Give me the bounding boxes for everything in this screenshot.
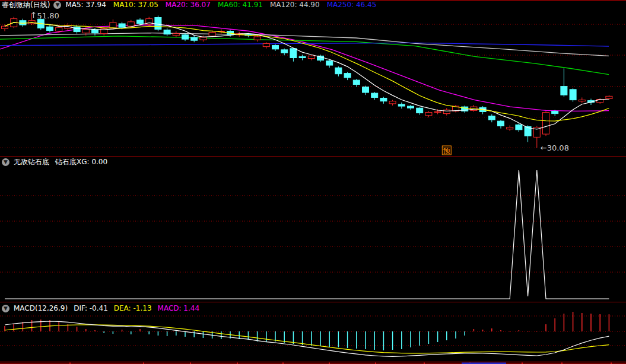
candle[interactable]: [425, 113, 432, 116]
candle[interactable]: [498, 121, 504, 126]
chevron-down-circle-icon[interactable]: ▼: [53, 1, 61, 9]
candle[interactable]: [173, 34, 179, 36]
candle[interactable]: [516, 124, 522, 129]
candle[interactable]: [74, 27, 80, 31]
candle[interactable]: [47, 27, 53, 30]
candle[interactable]: [507, 127, 513, 129]
candle[interactable]: [417, 108, 423, 113]
macd-panel: [5, 312, 609, 356]
candle[interactable]: [191, 37, 198, 40]
ma-fast-lines: [5, 23, 609, 129]
ma60-label: MA60: 41.91: [218, 1, 263, 9]
candle[interactable]: [335, 68, 342, 74]
signal-marker-label: 预: [443, 146, 450, 155]
candle[interactable]: [119, 24, 125, 27]
candle[interactable]: [2, 26, 8, 28]
ma10-line: [5, 23, 609, 121]
dea-value: DEA: -1.13: [114, 304, 152, 313]
candle[interactable]: [128, 22, 134, 26]
candle[interactable]: [353, 80, 360, 84]
candle[interactable]: [308, 56, 314, 58]
candle[interactable]: [552, 111, 558, 113]
diamond-panel-header: ▼ 无敌钻石底 钻石底XG: 0.00: [2, 158, 113, 167]
chevron-down-circle-icon[interactable]: ▼: [2, 305, 9, 312]
ma-overlay-lines: [0, 25, 609, 111]
trading-app-window: 51.80←30.08预 睿创微纳(日线) ▼ MA5: 37.94 MA10:…: [0, 0, 626, 364]
candle[interactable]: [110, 23, 116, 28]
candle[interactable]: [137, 20, 144, 24]
candle[interactable]: [579, 100, 585, 101]
candle[interactable]: [380, 98, 387, 101]
candle[interactable]: [209, 33, 215, 36]
diamond-signal-line: [5, 170, 609, 299]
chevron-down-circle-icon[interactable]: ▼: [2, 158, 9, 166]
candle[interactable]: [281, 50, 288, 53]
candle[interactable]: [389, 101, 396, 104]
candle[interactable]: [398, 104, 405, 106]
stock-title: 睿创微纳(日线): [2, 1, 50, 9]
candle[interactable]: [443, 110, 450, 113]
candle[interactable]: [82, 29, 89, 33]
candle[interactable]: [92, 30, 98, 33]
macd-panel-header: ▼ MACD(12,26,9) DIF: -0.41 DEA: -1.13 MA…: [2, 304, 205, 313]
candle[interactable]: [182, 35, 189, 39]
indicator-name: 无敌钻石底: [14, 158, 49, 167]
ma250-line: [0, 43, 609, 46]
candle[interactable]: [200, 37, 206, 40]
ma5-label: MA5: 37.94: [65, 1, 106, 9]
annotations: 51.80←30.08预: [32, 11, 569, 155]
candle[interactable]: [155, 17, 161, 29]
candle[interactable]: [263, 43, 269, 46]
candle[interactable]: [363, 87, 369, 92]
candle[interactable]: [326, 61, 333, 65]
candlesticks: [2, 13, 612, 148]
dea-line: [5, 325, 609, 353]
highest-price-label: 51.80: [37, 11, 59, 20]
candle[interactable]: [371, 93, 378, 97]
candle[interactable]: [488, 116, 495, 120]
candle[interactable]: [344, 74, 351, 78]
main-chart-header: 睿创微纳(日线) ▼ MA5: 37.94 MA10: 37.05 MA20: …: [2, 1, 383, 9]
candle[interactable]: [434, 111, 441, 112]
ma10-label: MA10: 37.05: [113, 1, 158, 9]
candle[interactable]: [606, 96, 612, 98]
candle[interactable]: [56, 27, 62, 31]
candle[interactable]: [543, 113, 549, 135]
candle[interactable]: [570, 90, 576, 100]
gridlines: [0, 24, 626, 346]
indicator-value: 钻石底XG: 0.00: [55, 158, 107, 167]
dif-value: DIF: -0.41: [74, 304, 108, 313]
candle[interactable]: [272, 46, 279, 49]
candle[interactable]: [561, 87, 567, 95]
lowest-price-label: ←30.08: [541, 143, 569, 152]
ma20-line: [0, 25, 609, 111]
ma120-label: MA120: 44.90: [270, 1, 320, 9]
candle[interactable]: [290, 49, 297, 58]
candle[interactable]: [254, 37, 260, 40]
candle[interactable]: [299, 56, 306, 58]
macd-name: MACD(12,26,9): [14, 304, 68, 313]
ma5-line: [5, 23, 609, 129]
candle[interactable]: [408, 106, 414, 108]
diamond-indicator: [5, 170, 609, 299]
candle[interactable]: [164, 30, 170, 34]
dif-line: [5, 321, 609, 356]
ma20-label: MA20: 36.07: [166, 1, 211, 9]
macd-value: MACD: 1.44: [158, 304, 200, 313]
ma250-label: MA250: 46.45: [327, 1, 377, 9]
